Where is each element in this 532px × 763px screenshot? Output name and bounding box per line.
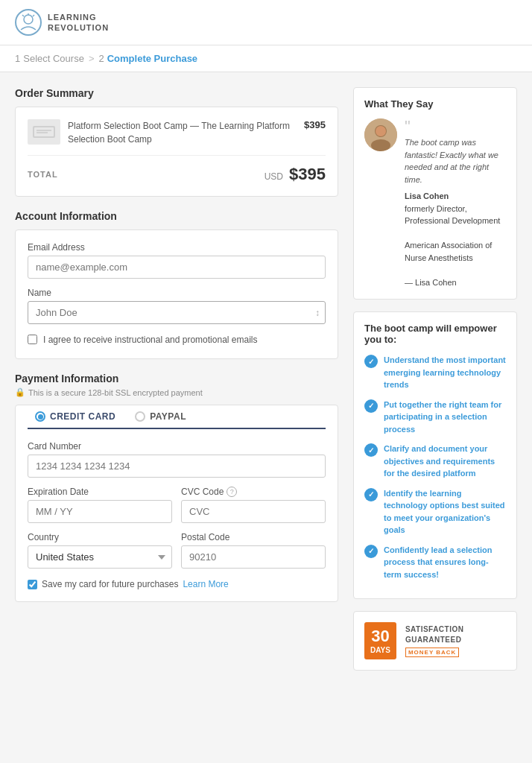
- card-number-input[interactable]: [28, 455, 326, 478]
- account-info-card: Email Address Name ↕ I agree to receive …: [15, 229, 338, 359]
- learn-more-link[interactable]: Learn More: [183, 579, 228, 589]
- credit-card-radio[interactable]: [35, 411, 45, 422]
- cvc-label-row: CVC Code ?: [181, 487, 326, 497]
- tab-paypal[interactable]: PAYPAL: [127, 405, 198, 429]
- cvc-input[interactable]: [181, 500, 326, 523]
- guarantee-line1: SATISFACTION: [405, 624, 464, 635]
- testimonial-content: " The boot camp was fantastic! Exactly w…: [364, 118, 506, 288]
- check-icon-1: [364, 399, 378, 413]
- header: LEARNING REVOLUTION: [0, 0, 532, 45]
- svg-point-1: [24, 15, 33, 24]
- country-select[interactable]: United States Canada United Kingdom: [28, 545, 172, 569]
- lock-icon: 🔒: [15, 387, 25, 397]
- logo-text: LEARNING REVOLUTION: [48, 12, 109, 34]
- left-column: Order Summary Platform Selection Boot Ca…: [15, 87, 338, 671]
- postal-label: Postal Code: [181, 532, 326, 542]
- save-card-checkbox[interactable]: [28, 580, 37, 589]
- check-icon-3: [364, 488, 378, 501]
- empower-text-3: Identify the learning technology options…: [384, 487, 506, 536]
- quote-text: The boot camp was fantastic! Exactly wha…: [405, 136, 506, 186]
- postal-col: Postal Code: [181, 532, 326, 569]
- days-num: 30: [370, 627, 390, 646]
- order-description: Platform Selection Boot Camp — The Learn…: [68, 119, 297, 146]
- quote-content: " The boot camp was fantastic! Exactly w…: [405, 118, 506, 288]
- breadcrumb-separator: >: [89, 53, 95, 64]
- empower-text-1: Put together the right team for particip…: [384, 399, 506, 436]
- expiry-label: Expiration Date: [28, 487, 172, 497]
- expiry-col: Expiration Date: [28, 487, 172, 523]
- payment-card: CREDIT CARD PAYPAL Card Number Expiratio…: [15, 405, 338, 602]
- guarantee-line2: GUARANTEED: [405, 635, 464, 645]
- total-currency: USD: [265, 171, 283, 182]
- order-thumbnail: [28, 119, 60, 145]
- empower-item: Understand the most important emerging l…: [364, 354, 506, 391]
- payment-tabs: CREDIT CARD PAYPAL: [28, 405, 326, 428]
- ssl-note: 🔒 This is a secure 128-bit SSL encrypted…: [15, 387, 338, 397]
- check-icon-2: [364, 443, 378, 457]
- svg-point-12: [376, 126, 386, 136]
- order-item: Platform Selection Boot Camp — The Learn…: [28, 119, 326, 156]
- postal-input[interactable]: [181, 545, 326, 569]
- quote-sig: — Lisa Cohen: [405, 276, 506, 289]
- empower-text-0: Understand the most important emerging l…: [384, 354, 506, 391]
- save-card-label: Save my card for future purchases: [42, 579, 178, 589]
- empower-items: Understand the most important emerging l…: [364, 354, 506, 580]
- avatar-image: [364, 118, 397, 151]
- cvc-label: CVC Code: [181, 487, 224, 497]
- money-back-label: MONEY BACK: [405, 648, 460, 657]
- cvc-help-icon[interactable]: ?: [227, 487, 237, 497]
- total-amount: $395: [289, 165, 326, 184]
- paypal-radio[interactable]: [135, 411, 145, 422]
- name-input[interactable]: [28, 301, 326, 324]
- quote-marks: ": [405, 118, 506, 135]
- total-right: USD $395: [265, 165, 326, 184]
- empower-item: Clarify and document your objectives and…: [364, 443, 506, 480]
- right-column: What They Say " The boot camp was fantas…: [353, 87, 517, 671]
- tab-credit-card[interactable]: CREDIT CARD: [28, 405, 127, 429]
- main-content: Order Summary Platform Selection Boot Ca…: [0, 72, 532, 686]
- svg-line-4: [22, 15, 24, 16]
- order-summary-card: Platform Selection Boot Camp — The Learn…: [15, 107, 338, 197]
- name-input-wrap: ↕: [28, 301, 326, 324]
- expiry-cvc-row: Expiration Date CVC Code ?: [28, 487, 326, 523]
- testimonial-card: What They Say " The boot camp was fantas…: [353, 87, 517, 300]
- quote-name: Lisa Cohen: [405, 190, 506, 203]
- breadcrumb-step1: 1 Select Course: [15, 53, 84, 64]
- check-icon-4: [364, 545, 378, 558]
- payment-section: Payment Information 🔒 This is a secure 1…: [15, 373, 338, 602]
- save-card-row: Save my card for future purchases Learn …: [28, 579, 326, 589]
- check-icon-0: [364, 355, 378, 368]
- promo-email-checkbox[interactable]: [28, 335, 37, 344]
- empower-text-4: Confidently lead a selection process tha…: [384, 544, 506, 581]
- order-total: TOTAL USD $395: [28, 165, 326, 184]
- empower-text-2: Clarify and document your objectives and…: [384, 443, 506, 480]
- guarantee-text-block: SATISFACTION GUARANTEED MONEY BACK: [405, 624, 464, 657]
- logo-icon: [15, 9, 42, 36]
- empower-title: The boot camp will empower you to:: [364, 323, 506, 345]
- svg-rect-6: [34, 127, 54, 136]
- breadcrumb-current: Complete Purchase: [107, 53, 197, 64]
- promo-email-checkbox-row: I agree to receive instructional and pro…: [28, 333, 326, 346]
- name-input-icon: ↕: [315, 308, 320, 318]
- testimonial-title: What They Say: [364, 98, 506, 110]
- account-info-title: Account Information: [15, 210, 338, 222]
- order-thumb-icon: [33, 123, 55, 141]
- days-label: DAYS: [370, 646, 390, 654]
- breadcrumb: 1 Select Course > 2 Complete Purchase: [0, 45, 532, 72]
- quote-title: formerly Director, Professional Developm…: [405, 203, 506, 227]
- country-col: Country United States Canada United King…: [28, 532, 172, 569]
- empower-item: Confidently lead a selection process tha…: [364, 544, 506, 581]
- empower-card: The boot camp will empower you to: Under…: [353, 311, 517, 599]
- quote-attribution: Lisa Cohen formerly Director, Profession…: [405, 190, 506, 288]
- email-label: Email Address: [28, 242, 326, 253]
- order-item-price: $395: [304, 119, 326, 130]
- promo-email-label: I agree to receive instructional and pro…: [43, 333, 257, 346]
- expiry-input[interactable]: [28, 500, 172, 523]
- svg-point-11: [371, 139, 390, 151]
- cvc-col: CVC Code ?: [181, 487, 326, 523]
- svg-line-3: [33, 15, 34, 16]
- breadcrumb-step2: 2 Complete Purchase: [98, 53, 197, 64]
- days-badge: 30 DAYS: [364, 622, 396, 659]
- email-input[interactable]: [28, 256, 326, 279]
- empower-item: Identify the learning technology options…: [364, 487, 506, 536]
